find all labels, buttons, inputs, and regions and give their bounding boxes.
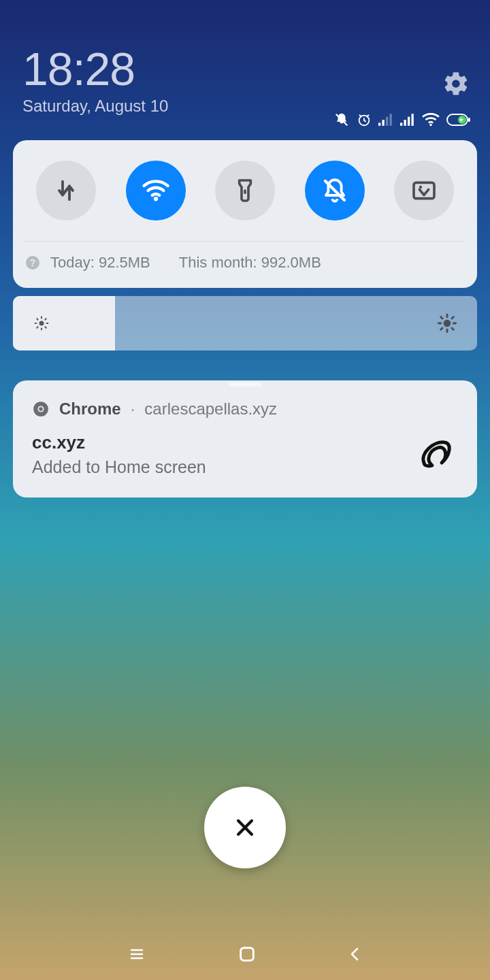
notification-header: Chrome · carlescapellas.xyz [32, 399, 458, 419]
recents-button[interactable] [127, 946, 147, 962]
gear-icon [442, 70, 470, 97]
settings-button[interactable] [442, 70, 470, 97]
svg-rect-45 [241, 948, 254, 961]
svg-rect-7 [404, 120, 406, 126]
data-usage-row[interactable]: ? Today: 92.5MB This month: 992.0MB [24, 254, 466, 274]
notification-site: carlescapellas.xyz [144, 399, 277, 419]
square-icon [238, 945, 257, 964]
bell-slash-icon [321, 176, 349, 205]
quick-toggles-row [24, 161, 466, 220]
flashlight-icon [231, 177, 259, 204]
svg-point-18 [419, 186, 422, 189]
svg-point-10 [429, 124, 431, 126]
svg-line-27 [45, 318, 46, 319]
quick-settings-panel: ? Today: 92.5MB This month: 992.0MB [13, 140, 477, 288]
svg-line-24 [37, 318, 37, 319]
alarm-icon [357, 112, 372, 127]
dnd-toggle[interactable] [305, 161, 365, 220]
svg-line-33 [441, 317, 442, 318]
chevron-left-icon [347, 945, 363, 964]
notification-title: cc.xyz [32, 432, 206, 453]
svg-point-19 [39, 321, 44, 326]
svg-line-35 [441, 328, 442, 329]
svg-rect-4 [386, 117, 388, 126]
brightness-slider[interactable] [13, 296, 477, 350]
chrome-icon [32, 400, 50, 418]
back-button[interactable] [347, 945, 363, 964]
flashlight-toggle[interactable] [215, 161, 275, 220]
svg-rect-9 [412, 114, 414, 126]
svg-point-28 [444, 320, 451, 327]
clear-all-button[interactable] [204, 787, 286, 868]
battery-charging-icon [446, 113, 471, 127]
notification-card[interactable]: Chrome · carlescapellas.xyz cc.xyz Added… [13, 380, 477, 497]
mobile-data-toggle[interactable] [36, 161, 96, 220]
signal-strong-icon [400, 113, 415, 127]
shade-drag-handle[interactable] [229, 382, 261, 387]
divider [24, 241, 466, 242]
menu-icon [127, 946, 147, 962]
brightness-high-icon [436, 312, 458, 334]
data-usage-icon: ? [26, 256, 39, 270]
clock-time: 18:28 [22, 42, 468, 95]
svg-line-36 [452, 317, 453, 318]
notification-app-name: Chrome [59, 399, 121, 419]
close-icon [233, 816, 257, 839]
svg-point-14 [153, 197, 157, 201]
svg-rect-13 [468, 118, 470, 122]
screenshot-toggle[interactable] [394, 161, 454, 220]
svg-point-39 [39, 407, 43, 411]
svg-rect-6 [400, 122, 402, 125]
wifi-icon [142, 176, 170, 205]
data-usage-month: This month: 992.0MB [179, 254, 321, 272]
svg-line-34 [452, 328, 453, 329]
data-usage-today: Today: 92.5MB [50, 254, 150, 272]
notification-separator: · [131, 399, 135, 419]
app-logo-icon [414, 433, 458, 476]
signal-weak-icon [378, 113, 393, 127]
home-button[interactable] [238, 945, 257, 964]
bell-slash-icon [333, 112, 350, 127]
svg-line-25 [45, 327, 46, 327]
svg-rect-2 [378, 122, 380, 125]
brightness-low-icon [32, 314, 51, 333]
svg-rect-8 [408, 117, 410, 126]
brightness-fill [13, 296, 115, 350]
notification-shade-header: 18:28 Saturday, August 10 [0, 0, 490, 116]
svg-rect-3 [382, 120, 385, 126]
data-arrows-icon [52, 177, 80, 204]
wifi-icon [422, 113, 440, 127]
navigation-bar [0, 945, 490, 964]
screenshot-icon [410, 177, 438, 204]
svg-line-26 [37, 327, 37, 327]
svg-rect-5 [390, 114, 392, 126]
notification-subtitle: Added to Home screen [32, 457, 206, 477]
wifi-toggle[interactable] [126, 161, 186, 220]
status-bar [333, 112, 471, 127]
